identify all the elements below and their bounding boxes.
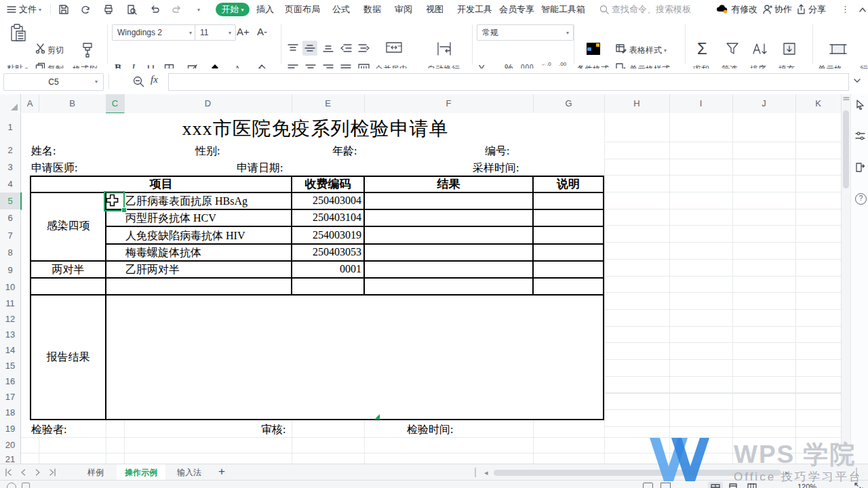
merge-center-icon[interactable] [385,41,403,59]
fx-icon[interactable]: fx [151,74,158,85]
sheet-tab-1-active[interactable]: 操作示例 [117,464,165,481]
pointer-tool-icon[interactable] [855,100,865,112]
share-label[interactable]: 分享 [808,0,826,19]
status-lang-icon[interactable] [660,483,671,488]
row-header-17[interactable]: 17 [0,389,21,405]
col-header-G[interactable]: G [533,94,605,113]
file-menu[interactable]: 文件 [19,0,41,19]
fullscreen-icon[interactable] [854,483,863,488]
cells-icon[interactable] [829,42,848,59]
shrink-font-button[interactable]: A- [257,26,267,37]
row-header-14[interactable]: 14 [0,342,21,359]
collaborate-label[interactable]: 协作 [774,0,792,19]
undo-icon[interactable] [149,0,160,19]
tab-data[interactable]: 数据 [363,0,381,19]
row-header-12[interactable]: 12 [0,311,21,327]
conditional-format-icon[interactable] [585,41,602,59]
row-header-4[interactable]: 4 [0,176,21,193]
vertical-scrollbar[interactable] [841,94,851,464]
tab-formulas[interactable]: 公式 [332,0,350,19]
filter-icon[interactable] [724,41,741,59]
decrease-indent-icon[interactable] [340,43,352,55]
cloud-sync-icon[interactable] [716,0,728,19]
row-header-18[interactable]: 18 [0,405,21,421]
collapse-ribbon-icon[interactable] [859,0,867,19]
status-highlight-icon[interactable] [643,483,653,488]
row-header-5[interactable]: 5 [0,192,22,210]
table-style-button[interactable]: 表格样式 [629,45,667,56]
col-header-I[interactable]: I [669,94,733,113]
font-size-select[interactable]: 11 [195,24,236,41]
wrap-text-icon[interactable] [435,41,453,59]
align-middle-icon[interactable] [302,41,317,56]
name-box[interactable]: C5 [3,73,104,91]
add-sheet-button[interactable] [218,464,225,481]
search-icon[interactable] [599,0,609,19]
tab-developer[interactable]: 开发工具 [457,0,492,19]
row-header-3[interactable]: 3 [0,159,21,176]
col-header-J[interactable]: J [732,94,796,113]
more-options-icon[interactable]: ⋮ [841,0,850,19]
format-painter-icon[interactable] [80,42,95,60]
align-bottom-icon[interactable] [323,43,334,55]
horizontal-scroll-thumb[interactable] [494,470,781,476]
increase-indent-icon[interactable] [358,43,370,55]
col-header-A[interactable]: A [21,94,39,113]
row-header-7[interactable]: 7 [0,227,21,245]
save-icon[interactable] [58,0,69,19]
cut-button[interactable]: 剪切 [47,45,64,56]
output-icon[interactable] [81,0,92,19]
collaborate-icon[interactable] [762,0,773,19]
document-export-icon[interactable] [855,162,865,175]
tab-smart-toolbox[interactable]: 智能工具箱 [541,0,585,19]
col-header-B[interactable]: B [39,94,106,113]
vertical-scroll-thumb[interactable] [843,110,849,188]
font-name-select[interactable]: Wingdings 2 [112,24,197,41]
quick-access-more-icon[interactable] [195,0,200,19]
tab-review[interactable]: 审阅 [395,0,412,19]
col-header-E[interactable]: E [292,94,365,113]
formula-input[interactable] [168,73,849,91]
command-search-input[interactable]: 查找命令、搜索模板 [612,0,691,19]
tab-home[interactable]: 开始 [216,3,250,16]
name-box-dropdown-icon[interactable] [93,73,98,90]
sum-icon[interactable]: Σ [697,39,707,58]
redo-icon[interactable] [172,0,182,19]
zoom-formula-icon[interactable] [133,76,144,89]
fill-handle[interactable] [121,207,127,213]
row-header-15[interactable]: 15 [0,358,21,374]
row-header-8[interactable]: 8 [0,244,21,262]
zoom-level[interactable]: 120% [797,483,816,488]
col-header-F[interactable]: F [364,94,534,113]
print-preview-icon[interactable] [126,0,137,19]
select-all-corner[interactable] [0,94,21,113]
status-icon[interactable] [22,483,30,488]
hamburger-icon[interactable] [7,0,16,19]
share-icon[interactable] [796,0,807,19]
row-header-10[interactable]: 10 [0,279,21,296]
settings-sliders-icon[interactable] [855,131,865,143]
row-header-19[interactable]: 19 [0,420,21,438]
align-top-icon[interactable] [288,43,298,55]
prev-sheet-icon[interactable] [19,468,27,479]
formula-bar-collapse-icon[interactable] [853,77,861,87]
first-sheet-icon[interactable] [4,468,12,479]
view-normal-icon[interactable] [708,482,723,488]
col-header-D[interactable]: D [124,94,292,113]
row-header-6[interactable]: 6 [0,209,21,228]
hscroll-right-arrow[interactable]: ▸ [785,464,789,481]
tab-insert[interactable]: 插入 [256,0,274,19]
paste-icon[interactable] [8,23,28,45]
row-header-20[interactable]: 20 [0,437,21,453]
col-header-K[interactable]: K [795,94,841,113]
view-page-icon[interactable] [728,483,738,488]
grow-font-button[interactable]: A+ [237,26,250,37]
row-header-9[interactable]: 9 [0,262,21,279]
tab-view[interactable]: 视图 [426,0,443,19]
next-sheet-icon[interactable] [34,468,42,479]
hscroll-left-arrow[interactable]: ◂ [484,464,488,481]
tab-membership[interactable]: 会员专享 [499,0,534,19]
number-format-select[interactable]: 常规 [477,24,574,41]
scroll-splitter[interactable] [475,468,476,477]
table-style-icon[interactable] [616,43,627,56]
